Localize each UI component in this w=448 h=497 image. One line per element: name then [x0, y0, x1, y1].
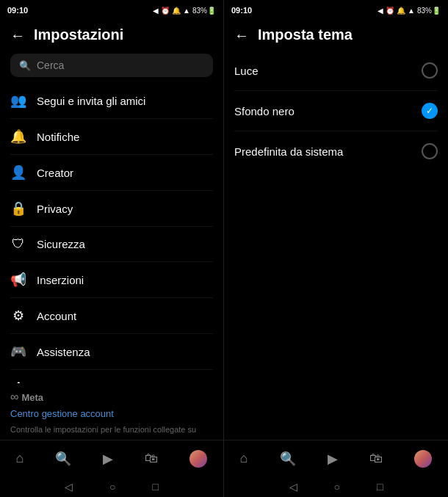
theme-item-predefinita[interactable]: Predefinita da sistema [234, 131, 438, 171]
direction-icon: ◀ [153, 7, 159, 15]
android-nav-left: ◁ ○ □ [0, 476, 223, 497]
inserzioni-label: Inserzioni [37, 274, 84, 286]
menu-item-informazioni[interactable]: ℹ Informazioni [10, 370, 213, 383]
android-home-btn-r[interactable]: ○ [334, 481, 340, 493]
account-label: Account [37, 310, 76, 322]
back-button-right[interactable]: ← [234, 28, 249, 43]
signal-icon: 🔔 [172, 7, 181, 15]
wifi-icon: ▲ [183, 7, 190, 15]
theme-predefinita-label: Predefinita da sistema [234, 145, 343, 158]
menu-item-privacy[interactable]: 🔒 Privacy [10, 191, 213, 227]
settings-title: Impostazioni [34, 26, 123, 43]
battery-icon-r: 83%🔋 [417, 7, 441, 15]
theme-panel: 09:10 ◀ ⏰ 🔔 ▲ 83%🔋 ← Imposta tema Luce S… [224, 0, 448, 497]
settings-menu-list: 👥 Segui e invita gli amici 🔔 Notifiche 👤… [0, 83, 223, 383]
nav-reels-icon[interactable]: ▶ [103, 451, 113, 467]
theme-sfondo-nero-label: Sfondo nero [234, 105, 295, 117]
android-home-btn[interactable]: ○ [109, 481, 115, 493]
meta-description: Controlla le impostazioni per le funzion… [10, 425, 196, 434]
nav-shop-icon[interactable]: 🛍 [145, 451, 158, 466]
nav-reels-icon-r[interactable]: ▶ [328, 451, 338, 467]
notifiche-icon: 🔔 [10, 128, 26, 145]
android-recents-btn[interactable]: □ [153, 481, 159, 493]
wifi-icon-r: ▲ [408, 7, 415, 15]
theme-luce-label: Luce [234, 65, 259, 77]
menu-item-sicurezza[interactable]: 🛡 Sicurezza [10, 227, 213, 262]
status-time-right: 09:10 [231, 6, 252, 15]
android-recents-btn-r[interactable]: □ [377, 481, 383, 493]
inserzioni-icon: 📢 [10, 272, 26, 288]
sicurezza-label: Sicurezza [37, 238, 85, 250]
bottom-nav-right: ⌂ 🔍 ▶ 🛍 [224, 440, 448, 476]
follow-icon: 👥 [10, 92, 26, 109]
menu-item-assistenza[interactable]: 🎮 Assistenza [10, 334, 213, 370]
settings-panel: 09:10 ◀ ⏰ 🔔 ▲ 83%🔋 ← Impostazioni 🔍 Cerc… [0, 0, 224, 497]
nav-search-icon-r[interactable]: 🔍 [280, 451, 296, 467]
back-button-left[interactable]: ← [10, 28, 25, 43]
theme-predefinita-radio[interactable] [422, 143, 438, 159]
nav-home-icon[interactable]: ⌂ [16, 451, 24, 466]
theme-sfondo-nero-radio[interactable]: ✓ [422, 103, 438, 119]
settings-footer: ∞ Meta Centro gestione account Controlla… [0, 383, 223, 440]
meta-link[interactable]: Centro gestione account [10, 408, 213, 419]
status-bar-left: 09:10 ◀ ⏰ 🔔 ▲ 83%🔋 [0, 0, 223, 21]
follow-label: Segui e invita gli amici [37, 95, 145, 107]
search-placeholder: Cerca [37, 59, 64, 71]
menu-item-follow[interactable]: 👥 Segui e invita gli amici [10, 83, 213, 119]
nav-search-icon[interactable]: 🔍 [55, 451, 71, 467]
settings-header: ← Impostazioni [0, 21, 223, 51]
account-icon: ⚙ [10, 308, 26, 324]
nav-home-icon-r[interactable]: ⌂ [240, 451, 248, 466]
android-back-btn-r[interactable]: ◁ [289, 481, 297, 493]
status-icons-left: ◀ ⏰ 🔔 ▲ 83%🔋 [153, 7, 216, 15]
status-icons-right: ◀ ⏰ 🔔 ▲ 83%🔋 [377, 7, 441, 15]
direction-icon-r: ◀ [377, 7, 383, 15]
theme-luce-radio[interactable] [422, 62, 438, 79]
status-time-left: 09:10 [7, 6, 28, 15]
signal-icon-r: 🔔 [397, 7, 405, 15]
privacy-icon: 🔒 [10, 200, 26, 217]
menu-item-account[interactable]: ⚙ Account [10, 298, 213, 334]
menu-item-creator[interactable]: 👤 Creator [10, 155, 213, 191]
theme-item-sfondo-nero[interactable]: Sfondo nero ✓ [234, 91, 438, 131]
nav-shop-icon-r[interactable]: 🛍 [369, 451, 383, 466]
bottom-nav-left: ⌂ 🔍 ▶ 🛍 [0, 440, 223, 476]
nav-avatar[interactable] [189, 450, 207, 468]
theme-item-luce[interactable]: Luce [234, 51, 438, 91]
status-bar-right: 09:10 ◀ ⏰ 🔔 ▲ 83%🔋 [224, 0, 448, 21]
meta-infinity-icon: ∞ [10, 391, 18, 404]
menu-item-notifiche[interactable]: 🔔 Notifiche [10, 119, 213, 155]
notifiche-label: Notifiche [37, 131, 79, 143]
creator-label: Creator [37, 167, 73, 179]
theme-list: Luce Sfondo nero ✓ Predefinita da sistem… [224, 51, 448, 440]
meta-logo: ∞ Meta [10, 391, 213, 404]
sicurezza-icon: 🛡 [10, 236, 26, 252]
assistenza-label: Assistenza [37, 346, 90, 358]
checkmark-icon: ✓ [426, 106, 433, 116]
privacy-label: Privacy [37, 203, 73, 215]
theme-title: Imposta tema [258, 26, 353, 43]
battery-icon: 83%🔋 [192, 7, 216, 15]
nav-avatar-r[interactable] [414, 450, 432, 468]
menu-item-inserzioni[interactable]: 📢 Inserzioni [10, 262, 213, 298]
alarm-icon-r: ⏰ [386, 7, 394, 15]
assistenza-icon: 🎮 [10, 344, 26, 360]
creator-icon: 👤 [10, 164, 26, 181]
android-back-btn[interactable]: ◁ [65, 481, 73, 493]
android-nav-right: ◁ ○ □ [224, 476, 448, 497]
search-bar[interactable]: 🔍 Cerca [10, 54, 213, 77]
meta-logo-text: Meta [21, 392, 43, 403]
search-icon: 🔍 [19, 60, 31, 71]
theme-header: ← Imposta tema [224, 21, 448, 51]
alarm-icon: ⏰ [161, 7, 170, 15]
